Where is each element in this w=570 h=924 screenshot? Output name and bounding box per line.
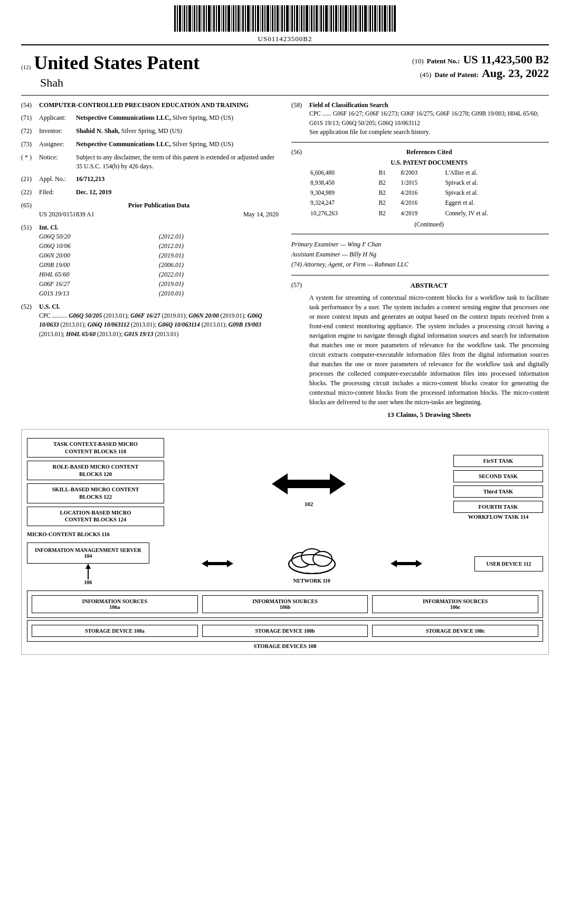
svg-rect-16 — [213, 5, 215, 32]
svg-rect-67 — [338, 5, 339, 32]
intcl-item-6-year: (2010.01) — [159, 289, 279, 298]
svg-rect-68 — [340, 5, 341, 32]
pub-value: US 2020/0151839 A1 — [39, 210, 94, 219]
svg-rect-27 — [241, 5, 241, 32]
refs-num: (56) — [291, 148, 309, 228]
patent-no-value: US 11,423,500 B2 — [463, 53, 549, 66]
intcl-item-5-year: (2019.01) — [159, 279, 279, 289]
svg-rect-77 — [362, 5, 363, 32]
field-notice: ( * ) Notice: Subject to any disclaimer,… — [21, 153, 279, 171]
svg-rect-97 — [207, 562, 228, 565]
field-assignee: (73) Assignee: Netspective Communication… — [21, 140, 279, 149]
double-arrow-icon — [272, 468, 346, 500]
storage-group-label: STORAGE DEVICES 108 — [27, 643, 543, 649]
svg-rect-6 — [188, 5, 191, 32]
svg-rect-105 — [396, 562, 417, 565]
table-row: 6,606,480 B1 8/2003 L'Allier et al. — [310, 168, 548, 177]
intcl-item-4-code: H04L 65/60 — [39, 270, 159, 279]
title-text: COMPUTER-CONTROLLED PRECISION EDUCATION … — [39, 101, 279, 110]
lr-arrow2-icon — [391, 556, 422, 571]
field-title: (54) COMPUTER-CONTROLLED PRECISION EDUCA… — [21, 101, 279, 110]
diagram-row1: TASK CONTEXT-BASED MICROCONTENT BLOCKS 1… — [27, 438, 543, 537]
svg-rect-1 — [177, 5, 178, 32]
abstract-content: ABSTRACT A system for streaming of conte… — [309, 281, 549, 419]
applicant-num: (71) — [21, 113, 39, 122]
field-applicant: (71) Applicant: Netspective Communicatio… — [21, 113, 279, 122]
field-pub: (65) Prior Publication Data US 2020/0151… — [21, 201, 279, 219]
svg-rect-83 — [377, 5, 378, 32]
patent-type: B2 — [378, 188, 400, 197]
patent-type-title: United States Patent — [34, 53, 200, 74]
intcl-grid: G06Q 50/20(2012.01) G06Q 10/06(2012.01) … — [21, 232, 279, 298]
user-device-box: USER DEVICE 112 — [474, 556, 543, 571]
fcs-content: Field of Classification Search CPC .....… — [309, 101, 549, 137]
svg-rect-50 — [296, 5, 298, 32]
patent-type: B1 — [378, 168, 400, 177]
patent-type: B2 — [378, 178, 400, 187]
field-refs: (56) References Cited U.S. PATENT DOCUME… — [291, 148, 549, 228]
svg-rect-58 — [316, 5, 318, 32]
notice-num: ( * ) — [21, 153, 39, 171]
pub-num: (65) — [21, 201, 39, 210]
svg-rect-9 — [196, 5, 197, 32]
svg-rect-12 — [203, 5, 205, 32]
notice-label: Notice: — [39, 153, 76, 171]
intcl-num: (51) — [21, 223, 39, 232]
svg-rect-55 — [309, 5, 310, 32]
svg-rect-65 — [333, 5, 334, 32]
svg-rect-48 — [291, 5, 293, 32]
svg-rect-60 — [320, 5, 322, 32]
svg-rect-45 — [284, 5, 285, 32]
table-row: 10,276,263 B2 4/2019 Connely, IV et al. — [310, 209, 548, 218]
svg-rect-22 — [227, 5, 230, 32]
title-num: (54) — [21, 101, 39, 110]
intcl-item-3-code: G09B 19/00 — [39, 260, 159, 270]
header-right: (10) Patent No.: US 11,423,500 B2 (45) D… — [285, 53, 549, 80]
svg-rect-43 — [280, 5, 280, 32]
intcl-item-2-code: G06N 20/00 — [39, 251, 159, 260]
svg-rect-3 — [182, 5, 183, 32]
pub-label: Prior Publication Data — [39, 201, 279, 210]
pub-date: May 14, 2020 — [243, 210, 279, 219]
svg-rect-56 — [311, 5, 312, 32]
patent-inventor: Connely, IV et al. — [445, 209, 548, 218]
svg-rect-70 — [345, 5, 347, 32]
svg-rect-14 — [208, 5, 211, 32]
diagram-row3-wrapper: INFORMATION SOURCES106a INFORMATION SOUR… — [27, 590, 543, 618]
svg-rect-25 — [235, 5, 236, 32]
filed-value: Dec. 12, 2019 — [76, 188, 279, 197]
refs-table: 6,606,480 B1 8/2003 L'Allier et al. 8,93… — [309, 167, 549, 219]
network-device-arrows — [391, 556, 422, 571]
attorney: (74) Attorney, Agent, or Firm — Rahman L… — [291, 260, 549, 270]
svg-rect-24 — [233, 5, 234, 32]
svg-rect-53 — [303, 5, 305, 32]
fcs-see: See application file for complete search… — [309, 128, 430, 136]
info-source-c: INFORMATION SOURCES106c — [372, 595, 538, 613]
svg-rect-11 — [202, 5, 202, 32]
patent-date-label: Date of Patent: — [434, 71, 479, 79]
svg-rect-71 — [348, 5, 349, 32]
svg-rect-73 — [353, 5, 354, 32]
abstract-num: (57) — [291, 281, 309, 419]
appl-label: Appl. No.: — [39, 175, 76, 184]
storage-a: STORAGE DEVICE 108a — [32, 625, 198, 637]
svg-rect-0 — [174, 5, 176, 32]
svg-rect-5 — [186, 5, 187, 32]
field-abstract: (57) ABSTRACT A system for streaming of … — [291, 281, 549, 419]
field-filed: (22) Filed: Dec. 12, 2019 — [21, 188, 279, 197]
server-box: INFORMATION MANAGENMENT SERVER104 — [27, 542, 149, 564]
arrow-label2: 106 — [84, 579, 92, 585]
svg-rect-90 — [394, 5, 396, 32]
table-row: 8,938,450 B2 1/2015 Spivack et al. — [310, 178, 548, 187]
svg-rect-17 — [216, 5, 217, 32]
svg-rect-76 — [359, 5, 361, 32]
svg-rect-31 — [251, 5, 251, 32]
info-source-b: INFORMATION SOURCES106b — [202, 595, 368, 613]
patent-header: (12) United States Patent Shah (10) Pate… — [21, 44, 549, 96]
up-arrow-icon — [83, 564, 93, 579]
svg-rect-19 — [221, 5, 222, 32]
svg-rect-86 — [384, 5, 386, 32]
appl-num: (21) — [21, 175, 39, 184]
svg-rect-13 — [206, 5, 207, 32]
svg-rect-87 — [387, 5, 388, 32]
